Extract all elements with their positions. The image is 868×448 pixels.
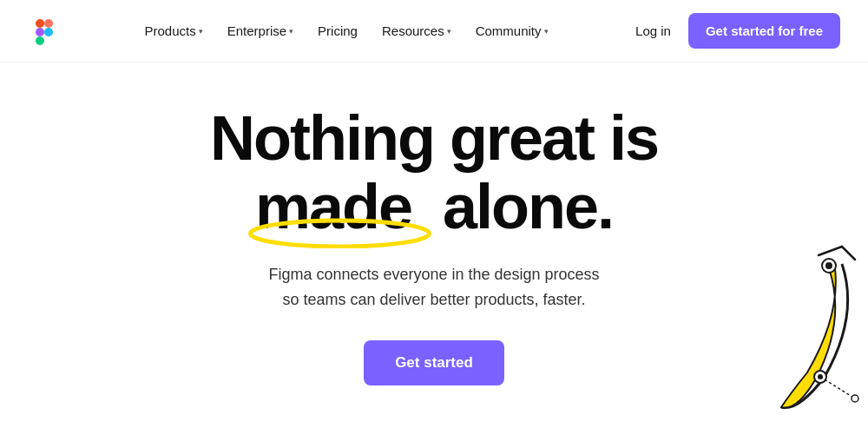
svg-line-8 bbox=[842, 247, 855, 260]
svg-point-10 bbox=[814, 371, 826, 383]
logo[interactable] bbox=[28, 15, 61, 48]
hero-section: Nothing great is made alone. Figma conne… bbox=[0, 63, 868, 385]
nav-enterprise[interactable]: Enterprise ▾ bbox=[217, 16, 304, 45]
chevron-down-icon: ▾ bbox=[447, 27, 451, 36]
svg-rect-3 bbox=[36, 36, 44, 45]
get-started-free-button[interactable]: Get started for free bbox=[688, 13, 840, 49]
hero-heading: Nothing great is made alone. bbox=[210, 104, 658, 241]
svg-point-6 bbox=[822, 259, 836, 273]
login-button[interactable]: Log in bbox=[632, 16, 674, 45]
svg-point-11 bbox=[818, 374, 823, 379]
chevron-down-icon: ▾ bbox=[199, 27, 203, 36]
svg-rect-2 bbox=[36, 28, 44, 36]
nav-community[interactable]: Community ▾ bbox=[465, 16, 559, 45]
nav-links: Products ▾ Enterprise ▾ Pricing Resource… bbox=[61, 16, 632, 45]
hero-subtext: Figma connects everyone in the design pr… bbox=[268, 262, 599, 313]
hero-heading-line2: made alone. bbox=[255, 173, 613, 241]
navbar: Products ▾ Enterprise ▾ Pricing Resource… bbox=[0, 0, 868, 63]
svg-line-12 bbox=[820, 377, 855, 399]
nav-actions: Log in Get started for free bbox=[632, 13, 840, 49]
svg-point-9 bbox=[825, 262, 832, 269]
svg-point-4 bbox=[44, 28, 53, 36]
nav-products[interactable]: Products ▾ bbox=[135, 16, 214, 45]
nav-resources[interactable]: Resources ▾ bbox=[372, 16, 462, 45]
hero-heading-line1: Nothing great is bbox=[210, 104, 658, 173]
svg-rect-0 bbox=[36, 19, 44, 28]
get-started-button[interactable]: Get started bbox=[364, 340, 504, 385]
pen-tool-illustration bbox=[694, 238, 868, 412]
chevron-down-icon: ▾ bbox=[289, 27, 293, 36]
svg-rect-1 bbox=[44, 19, 53, 28]
svg-line-7 bbox=[819, 247, 842, 255]
nav-pricing[interactable]: Pricing bbox=[307, 16, 368, 45]
svg-point-13 bbox=[852, 395, 858, 402]
chevron-down-icon: ▾ bbox=[544, 27, 549, 36]
